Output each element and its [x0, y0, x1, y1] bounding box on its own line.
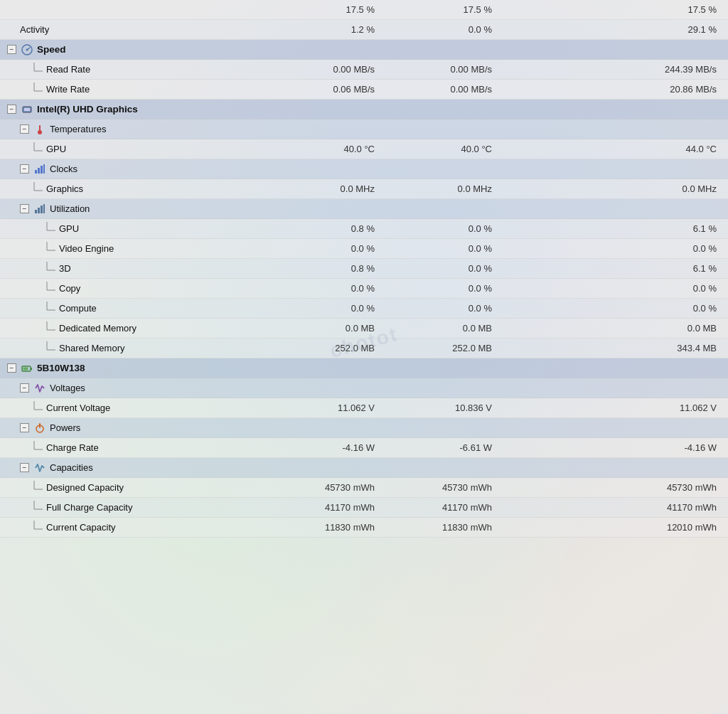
tree-connector — [46, 262, 56, 275]
svg-point-10 — [38, 130, 42, 134]
row-label-row-read-rate: Read Rate — [46, 64, 90, 75]
expand-icon-row-speed[interactable]: − — [7, 45, 16, 54]
val1-row-battery — [256, 366, 387, 371]
svg-rect-8 — [24, 108, 30, 111]
power-icon — [34, 422, 46, 434]
val3-row-current-voltage: 11.062 V — [505, 400, 728, 416]
expand-icon-row-voltages[interactable]: − — [20, 383, 29, 393]
row-label-row-full-charge-cap: Full Charge Capacity — [46, 502, 132, 513]
row-intel-gpu: −Intel(R) UHD Graphics — [0, 100, 728, 119]
row-dedicated-mem: Dedicated Memory0.0 MB0.0 MB0.0 MB — [0, 319, 728, 339]
val3-row-compute: 0.0 % — [505, 300, 728, 316]
row-designed-cap: Designed Capacity45730 mWh45730 mWh45730… — [0, 478, 728, 498]
data-table: 17.5 %17.5 %17.5 %Activity1.2 %0.0 %29.1… — [0, 0, 728, 538]
expand-icon-row-battery[interactable]: − — [7, 363, 16, 373]
row-label-row-utilization: Utilization — [50, 203, 90, 214]
svg-rect-22 — [43, 204, 45, 213]
row-label-row-current-voltage: Current Voltage — [46, 403, 110, 413]
row-label-row-current-cap: Current Capacity — [46, 522, 116, 533]
row-label-row-speed: Speed — [37, 44, 66, 55]
val1-row-activity: 1.2 % — [256, 21, 387, 38]
val3-row-dedicated-mem: 0.0 MB — [505, 320, 728, 336]
row-label-row-shared-mem: Shared Memory — [59, 343, 124, 353]
row-graphics-clk: Graphics0.0 MHz0.0 MHz0.0 MHz — [0, 179, 728, 199]
val3-row-speed — [505, 47, 728, 53]
row-current-cap: Current Capacity11830 mWh11830 mWh12010 … — [0, 518, 728, 538]
val1-row-graphics-clk: 0.0 MHz — [256, 181, 387, 197]
tree-connector — [33, 182, 43, 196]
row-current-voltage: Current Voltage11.062 V10.836 V11.062 V — [0, 398, 728, 418]
val2-row-charge-rate: -6.61 W — [387, 439, 505, 456]
row-powers: −Powers — [0, 418, 728, 438]
val3-row-charge-rate: -4.16 W — [505, 439, 728, 456]
val2-row-current-cap: 11830 mWh — [387, 519, 505, 536]
expand-icon-row-powers[interactable]: − — [20, 423, 29, 432]
val3-row-designed-cap: 45730 mWh — [505, 479, 728, 496]
row-label-row-intel-gpu: Intel(R) UHD Graphics — [37, 104, 138, 114]
val2-row-3d: 0.0 % — [387, 260, 505, 277]
val2-row-speed — [387, 47, 505, 53]
val1-row-speed — [256, 47, 387, 53]
val1-row-video-engine: 0.0 % — [256, 240, 387, 257]
tree-connector — [33, 501, 43, 514]
val3-row-write-rate: 20.86 MB/s — [505, 81, 728, 97]
row-label-row-battery: 5B10W138 — [37, 363, 85, 373]
row-activity: Activity1.2 %0.0 %29.1 % — [0, 20, 728, 40]
clock-icon — [34, 164, 46, 175]
val3-row-intel-gpu — [505, 107, 728, 112]
row-voltages: −Voltages — [0, 378, 728, 398]
row-label-row-copy: Copy — [59, 283, 80, 294]
row-capacities: −Capacities — [0, 458, 728, 478]
val2-row-capacities — [387, 465, 505, 471]
val2-row-temperatures — [387, 127, 505, 132]
val2-row-graphics-clk: 0.0 MHz — [387, 181, 505, 197]
val3-row-full-charge-cap: 41170 mWh — [505, 499, 728, 516]
expand-icon-row-utilization[interactable]: − — [20, 204, 29, 213]
tree-connector — [33, 441, 43, 454]
val3-row-copy: 0.0 % — [505, 280, 728, 297]
val3-row-gpu-util: 6.1 % — [505, 220, 728, 237]
val2-row-designed-cap: 45730 mWh — [387, 479, 505, 496]
row-label-row-video-engine: Video Engine — [59, 243, 114, 254]
val1-row-full-charge-cap: 41170 mWh — [256, 499, 387, 516]
val1-row-designed-cap: 45730 mWh — [256, 479, 387, 496]
svg-rect-19 — [35, 210, 37, 213]
svg-rect-15 — [41, 166, 43, 174]
svg-rect-38 — [31, 368, 32, 370]
row-label-row-gpu-temp: GPU — [46, 144, 66, 154]
val1-row-charge-rate: -4.16 W — [256, 439, 387, 456]
row-read-rate: Read Rate0.00 MB/s0.00 MB/s244.39 MB/s — [0, 60, 728, 80]
gpu-icon — [21, 104, 33, 115]
val3-row-read-rate: 244.39 MB/s — [505, 61, 728, 78]
expand-icon-row-intel-gpu[interactable]: − — [7, 105, 16, 114]
val2-row-video-engine: 0.0 % — [387, 240, 505, 257]
val1-row-current-cap: 11830 mWh — [256, 519, 387, 536]
row-label-row-write-rate: Write Rate — [46, 84, 90, 95]
row-copy: Copy0.0 %0.0 %0.0 % — [0, 279, 728, 299]
row-compute: Compute0.0 %0.0 %0.0 % — [0, 299, 728, 319]
expand-icon-row-capacities[interactable]: − — [20, 463, 29, 472]
row-full-charge-cap: Full Charge Capacity41170 mWh41170 mWh41… — [0, 498, 728, 518]
row-label-row-voltages: Voltages — [50, 383, 85, 393]
row-label-row-clocks: Clocks — [50, 164, 77, 174]
row-label-row-powers: Powers — [50, 422, 80, 433]
val3-row-gpu-temp: 44.0 °C — [505, 141, 728, 157]
expand-icon-row-clocks[interactable]: − — [20, 164, 29, 174]
row-label-row-graphics-clk: Graphics — [46, 183, 83, 194]
val1-row-top-percent: 17.5 % — [256, 1, 387, 18]
expand-icon-row-temperatures[interactable]: − — [20, 124, 29, 134]
voltage-icon — [34, 383, 46, 394]
val2-row-clocks — [387, 166, 505, 172]
tree-connector — [46, 242, 56, 255]
val2-row-copy: 0.0 % — [387, 280, 505, 297]
val1-row-compute: 0.0 % — [256, 300, 387, 316]
val3-row-3d: 6.1 % — [505, 260, 728, 277]
row-clocks: −Clocks — [0, 159, 728, 179]
val2-row-dedicated-mem: 0.0 MB — [387, 320, 505, 336]
val1-row-current-voltage: 11.062 V — [256, 400, 387, 416]
val2-row-read-rate: 0.00 MB/s — [387, 61, 505, 78]
val1-row-copy: 0.0 % — [256, 280, 387, 297]
svg-rect-16 — [43, 164, 45, 174]
val1-row-gpu-util: 0.8 % — [256, 220, 387, 237]
val3-row-shared-mem: 343.4 MB — [505, 340, 728, 356]
